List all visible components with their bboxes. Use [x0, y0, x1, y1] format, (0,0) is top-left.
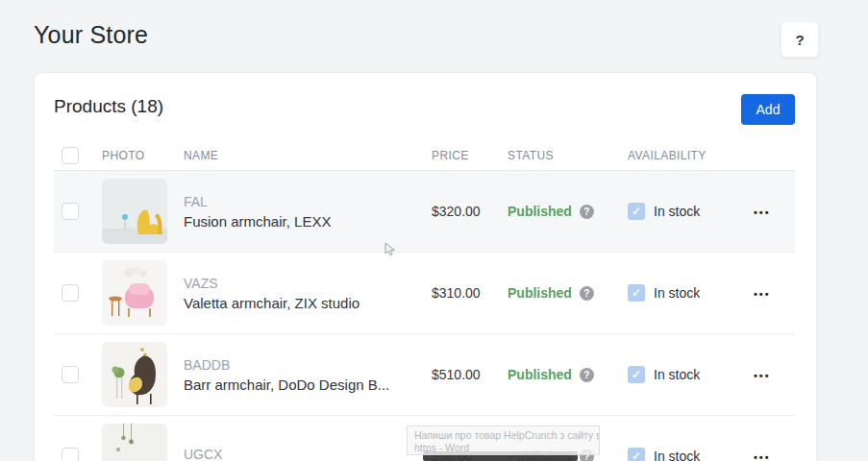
in-stock-checkbox[interactable]: ✓ [628, 284, 645, 302]
product-price: $510.00 [432, 367, 508, 382]
row-select-checkbox[interactable] [62, 284, 79, 302]
table-row[interactable]: FAL Fusion armchair, LEXX $320.00 Publis… [54, 171, 795, 253]
status-info-icon[interactable]: ? [580, 368, 594, 382]
add-product-button[interactable]: Add [741, 94, 795, 125]
column-header-photo: PHOTO [102, 149, 184, 162]
your-store-page: { "page": { "title": "Your Store" }, "he… [0, 0, 868, 461]
product-price: $320.00 [432, 204, 508, 219]
question-mark-icon: ? [795, 32, 804, 48]
row-menu-button[interactable]: ••• [754, 288, 771, 300]
in-stock-checkbox[interactable]: ✓ [628, 203, 645, 220]
column-header-price: PRICE [432, 149, 508, 162]
in-stock-checkbox[interactable]: ✓ [628, 366, 645, 383]
product-name: Barr armchair, DoDo Design B... [184, 376, 422, 393]
row-menu-button[interactable]: ••• [754, 370, 771, 381]
product-name: Valetta armchair, ZIX studio [184, 295, 422, 311]
check-icon: ✓ [632, 286, 641, 300]
products-table: PHOTO NAME PRICE STATUS AVAILABILITY [54, 140, 795, 461]
product-photo-fusion-armchair [102, 179, 167, 244]
table-row[interactable]: BADDB Barr armchair, DoDo Design B... $5… [54, 334, 795, 416]
column-header-status: STATUS [508, 149, 628, 162]
product-price: $310.00 [432, 285, 508, 301]
product-code: BADDB [184, 357, 422, 373]
row-menu-button[interactable]: ••• [754, 206, 771, 218]
check-icon: ✓ [632, 205, 641, 218]
products-panel-header: Products (18) Add [35, 73, 816, 140]
row-select-checkbox[interactable] [62, 448, 79, 461]
availability-label: In stock [654, 204, 700, 219]
product-code: UGCX [184, 447, 422, 461]
check-icon: ✓ [632, 449, 641, 461]
availability-label: In stock [654, 285, 700, 301]
status-info-icon[interactable]: ? [580, 205, 594, 219]
select-all-checkbox[interactable] [62, 147, 79, 164]
table-row[interactable]: VAZS Valetta armchair, ZIX studio $310.0… [54, 253, 795, 334]
tooltip-line-1: Напиши про товар HelpCrunch з сайту виро… [414, 429, 592, 442]
status-badge: Published [508, 367, 572, 382]
column-header-name: NAME [184, 149, 432, 162]
product-photo-ugcx-chair [102, 424, 167, 461]
availability-label: In stock [654, 449, 700, 461]
mouse-cursor [384, 242, 397, 256]
product-photo-barr-armchair [102, 342, 167, 407]
help-button[interactable]: ? [781, 21, 819, 58]
status-badge: Published [508, 285, 572, 301]
row-select-checkbox[interactable] [62, 203, 79, 220]
row-menu-button[interactable]: ••• [754, 451, 771, 461]
status-info-icon[interactable]: ? [580, 286, 594, 301]
column-header-availability: AVAILABILITY [628, 149, 754, 162]
check-icon: ✓ [632, 368, 641, 381]
status-badge: Published [508, 204, 572, 219]
product-code: VAZS [184, 276, 422, 291]
taskbar-tooltip: Напиши про товар HelpCrunch з сайту виро… [407, 425, 600, 455]
page-title: Your Store [34, 21, 148, 49]
tooltip-line-2: https - Word [414, 442, 592, 454]
product-photo-valetta-armchair [102, 260, 167, 326]
availability-label: In stock [654, 367, 700, 382]
in-stock-checkbox[interactable]: ✓ [628, 448, 645, 461]
products-panel: Products (18) Add PHOTO NAME PRICE STATU… [34, 72, 817, 461]
product-code: FAL [184, 194, 422, 209]
products-count-title: Products (18) [54, 96, 795, 117]
product-name: Fusion armchair, LEXX [184, 213, 422, 230]
row-select-checkbox[interactable] [62, 366, 79, 383]
table-header-row: PHOTO NAME PRICE STATUS AVAILABILITY [54, 140, 795, 171]
